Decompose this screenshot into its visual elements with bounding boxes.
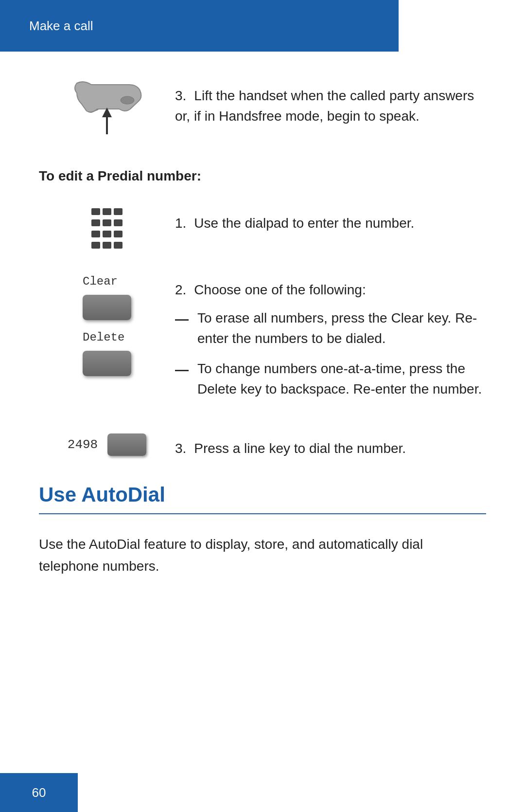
predial-heading: To edit a Predial number: [39,168,486,184]
bullet-delete: — To change numbers one-at-a-time, press… [175,359,486,399]
dialpad-dot [114,231,122,237]
page-number: 60 [32,785,46,800]
dialpad-dot [91,242,100,249]
autodial-section-desc: Use the AutoDial feature to display, sto… [39,534,486,577]
bullet-clear: — To erase all numbers, press the Clear … [175,308,486,349]
delete-key-icon [83,351,131,376]
dialpad-grid-icon [91,208,122,251]
dialpad-dot [91,231,100,237]
dialpad-dot [103,208,111,215]
header-bar: Make a call [0,0,399,52]
line-key-button-icon [107,433,146,456]
page-footer: 60 [0,773,78,812]
step-3-linekey-text: 3.Press a line key to dial the number. [175,433,486,459]
step-3-handset-text: 3.Lift the handset when the called party… [175,81,486,126]
delete-label: Delete [83,331,124,344]
dialpad-icon-container [39,208,175,251]
dialpad-dot [91,219,100,226]
step-1-dialpad-row: 1.Use the dialpad to enter the number. [39,208,486,251]
step-2-keys-row: Clear Delete 2. Choose one of the follow… [39,275,486,409]
dialpad-dot [114,208,122,215]
dialpad-dot [103,219,111,226]
dialpad-dot [114,242,122,249]
clear-delete-group: Clear Delete [83,275,131,376]
step-3-handset-row: 3.Lift the handset when the called party… [39,81,486,144]
dialpad-dot [103,242,111,249]
svg-point-1 [121,96,134,104]
autodial-section-title: Use AutoDial [39,483,486,514]
dialpad-dot [103,231,111,237]
clear-label: Clear [83,275,118,288]
main-content: 3.Lift the handset when the called party… [0,52,525,607]
step-3-linekey-row: 2498 3.Press a line key to dial the numb… [39,433,486,459]
keys-icon-container: Clear Delete [39,275,175,376]
dialpad-dot [114,219,122,226]
line-key-row: 2498 [68,433,146,456]
header-title: Make a call [29,18,93,34]
step-2-text: 2. Choose one of the following: — To era… [175,275,486,409]
line-key-icon-container: 2498 [39,433,175,456]
clear-key-icon [83,295,131,320]
line-key-number: 2498 [68,437,98,452]
handset-lift-icon [63,81,151,144]
step-2-bullets: — To erase all numbers, press the Clear … [175,308,486,399]
handset-icon-container [39,81,175,144]
step-1-dialpad-text: 1.Use the dialpad to enter the number. [175,208,486,234]
dialpad-dot [91,208,100,215]
